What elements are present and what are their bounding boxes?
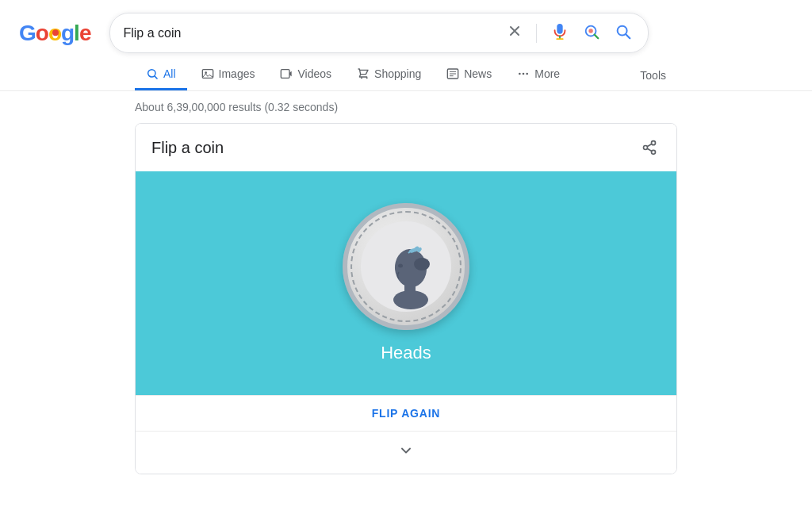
tab-all[interactable]: All bbox=[135, 59, 187, 90]
tab-videos-label: Videos bbox=[297, 67, 331, 80]
coin-graphic bbox=[343, 203, 469, 330]
svg-point-10 bbox=[205, 71, 207, 74]
tab-shopping[interactable]: Shopping bbox=[346, 59, 432, 90]
clear-icon bbox=[508, 24, 522, 42]
images-tab-icon bbox=[201, 67, 214, 80]
svg-point-20 bbox=[523, 73, 525, 75]
divider bbox=[536, 24, 537, 43]
more-tab-icon bbox=[517, 67, 530, 80]
tab-more[interactable]: More bbox=[506, 59, 571, 90]
svg-point-3 bbox=[589, 29, 594, 33]
svg-point-13 bbox=[361, 77, 362, 79]
tab-images-label: Images bbox=[219, 67, 255, 80]
coin-card-header: Flip a coin bbox=[136, 124, 676, 171]
svg-point-21 bbox=[527, 73, 529, 75]
tab-news-label: News bbox=[464, 67, 492, 80]
videos-tab-icon bbox=[280, 67, 293, 80]
nav-tabs: All Images Videos bbox=[0, 59, 812, 91]
svg-line-25 bbox=[647, 148, 652, 151]
tab-images[interactable]: Images bbox=[190, 59, 266, 90]
mic-button[interactable] bbox=[548, 20, 572, 46]
svg-line-26 bbox=[647, 144, 652, 146]
search-input[interactable]: Flip a coin bbox=[123, 26, 496, 40]
search-action-icons bbox=[504, 20, 635, 46]
svg-point-32 bbox=[398, 264, 403, 268]
coin-flip-card: Flip a coin bbox=[135, 123, 677, 474]
svg-line-8 bbox=[155, 76, 157, 79]
svg-line-4 bbox=[595, 35, 599, 39]
results-count: About 6,39,00,000 results (0.32 seconds) bbox=[135, 101, 338, 113]
tab-shopping-label: Shopping bbox=[374, 67, 421, 80]
lens-button[interactable] bbox=[580, 20, 603, 46]
news-tab-icon bbox=[446, 67, 459, 80]
flip-again-label: FLIP AGAIN bbox=[372, 407, 441, 420]
svg-point-30 bbox=[393, 290, 428, 309]
coin-card-title: Flip a coin bbox=[151, 139, 224, 157]
tab-videos[interactable]: Videos bbox=[269, 59, 343, 90]
shopping-tab-icon bbox=[357, 67, 370, 80]
tab-all-label: All bbox=[163, 67, 176, 80]
flip-again-button[interactable]: FLIP AGAIN bbox=[136, 395, 676, 431]
mic-icon bbox=[551, 23, 569, 43]
svg-point-22 bbox=[652, 141, 656, 145]
tools-label: Tools bbox=[640, 69, 666, 82]
chevron-down-icon bbox=[398, 443, 414, 462]
coin-display-area[interactable]: Heads bbox=[136, 171, 676, 395]
svg-point-14 bbox=[366, 77, 368, 79]
search-bar: Flip a coin bbox=[109, 13, 649, 53]
expand-section[interactable] bbox=[136, 431, 676, 474]
clear-button[interactable] bbox=[504, 21, 525, 45]
main-content: Flip a coin bbox=[0, 123, 812, 474]
tab-more-label: More bbox=[534, 67, 560, 80]
svg-point-19 bbox=[519, 73, 521, 75]
search-submit-button[interactable] bbox=[611, 20, 635, 46]
all-tab-icon bbox=[146, 67, 159, 80]
google-logo[interactable]: G o o g l e bbox=[19, 21, 90, 46]
header: G o o g l e Flip a coin bbox=[0, 0, 812, 59]
search-icon bbox=[615, 23, 632, 43]
svg-point-31 bbox=[414, 258, 430, 271]
coin-result: Heads bbox=[381, 343, 431, 363]
svg-rect-11 bbox=[282, 70, 290, 79]
tools-button[interactable]: Tools bbox=[629, 61, 677, 90]
svg-point-24 bbox=[652, 150, 656, 154]
svg-line-6 bbox=[626, 34, 630, 38]
tab-news[interactable]: News bbox=[435, 59, 503, 90]
results-info: About 6,39,00,000 results (0.32 seconds) bbox=[0, 91, 812, 123]
share-button[interactable] bbox=[638, 136, 661, 159]
svg-point-23 bbox=[644, 146, 648, 150]
lens-icon bbox=[583, 23, 600, 43]
